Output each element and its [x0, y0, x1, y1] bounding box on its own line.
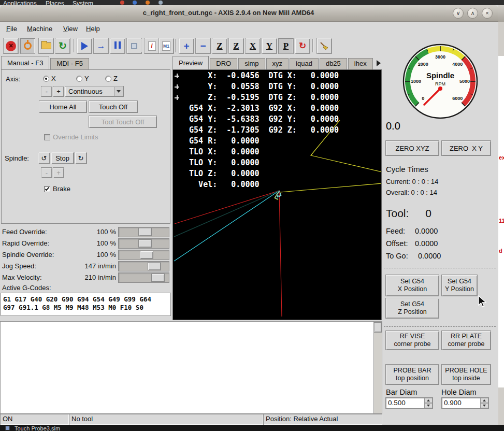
axis-radio-z[interactable]: Z: [105, 75, 118, 83]
spinner-up-button[interactable]: [480, 398, 488, 403]
message-output-area[interactable]: [0, 321, 382, 414]
set-g54-x-button[interactable]: Set G54 X Position: [385, 275, 439, 296]
tab-ihex[interactable]: ihex: [348, 58, 373, 69]
slider-handle[interactable]: [138, 228, 152, 236]
spinner-down-button[interactable]: [480, 403, 488, 408]
view-x-button[interactable]: X: [245, 38, 261, 54]
jog-minus-button[interactable]: -: [41, 86, 52, 97]
zero-xyz-label: ZERO XYZ: [395, 145, 429, 152]
tabs-scroll-right-icon[interactable]: [377, 60, 381, 66]
step-program-button[interactable]: →: [93, 38, 109, 54]
rapid-override-slider[interactable]: [118, 238, 169, 249]
set-g54-y-button[interactable]: Set G54 Y Position: [441, 275, 478, 296]
zero-xy-label: ZERO X Y: [450, 145, 483, 152]
pause-program-button[interactable]: [110, 38, 125, 54]
panel-menu-places[interactable]: Places: [46, 0, 64, 5]
rr-plate-probe-button[interactable]: RR PLATE corner probe: [441, 331, 491, 350]
estop-button[interactable]: ×: [3, 38, 19, 54]
menubar: File Machine View Help: [0, 22, 498, 36]
tab-db25[interactable]: db25: [320, 58, 347, 69]
spindle-ccw-button[interactable]: ↺: [38, 152, 50, 164]
toggle-skip-lines-button[interactable]: /: [144, 38, 160, 54]
menu-file[interactable]: File: [3, 23, 20, 34]
rotate-view-button[interactable]: ↻: [295, 38, 310, 54]
zero-xy-button[interactable]: ZERO X Y: [441, 140, 491, 156]
tab-iquad[interactable]: iquad: [290, 58, 319, 69]
spindle-faster-button[interactable]: +: [53, 167, 64, 178]
manual-control-panel: Manual - F3 MDI - F5 Axis: X Y Z - + Con…: [0, 56, 171, 321]
feed-override-slider[interactable]: [118, 227, 169, 237]
slider-handle[interactable]: [148, 262, 161, 270]
toggle-optional-pause-button[interactable]: M1: [159, 38, 174, 54]
spindle-cw-button[interactable]: ↻: [75, 152, 87, 164]
tab-manual[interactable]: Manual - F3: [1, 56, 49, 69]
open-file-button[interactable]: [38, 38, 54, 54]
panel-launcher-icon[interactable]: [159, 1, 163, 5]
spindle-slower-button[interactable]: -: [41, 167, 52, 178]
menu-help[interactable]: Help: [83, 23, 103, 34]
jog-increment-dropdown[interactable]: Continuous: [65, 86, 124, 97]
titlebar[interactable]: c_right_front_out.ngc - AXIS 2.9.4 on Ne…: [0, 5, 498, 22]
svg-text:RPM: RPM: [435, 81, 445, 87]
clear-plot-button[interactable]: [316, 38, 332, 54]
reload-file-button[interactable]: ↻: [55, 38, 70, 54]
axis-radio-x[interactable]: X: [43, 75, 56, 83]
taskbar-item[interactable]: Touch Probe3.sim: [15, 425, 60, 431]
override-limits-checkbox[interactable]: Override Limits: [44, 133, 98, 141]
slider-handle[interactable]: [138, 239, 152, 248]
home-all-button[interactable]: Home All: [39, 100, 87, 113]
stop-program-button[interactable]: [126, 38, 142, 54]
zero-xyz-button[interactable]: ZERO XYZ: [385, 140, 439, 156]
panel-menu-applications[interactable]: Applications: [3, 0, 37, 5]
probe-hole-button[interactable]: PROBE HOLE top inside: [441, 364, 491, 385]
close-button[interactable]: ×: [482, 8, 493, 19]
view-z-button[interactable]: Z: [212, 38, 227, 54]
rf-vise-probe-button[interactable]: RF VISE corner probe: [385, 331, 439, 350]
minimize-button[interactable]: ∨: [453, 8, 464, 19]
spindle-override-slider[interactable]: [118, 250, 169, 260]
hole-diam-spinbox[interactable]: 0.900: [441, 397, 489, 409]
maximize-button[interactable]: ∧: [467, 8, 478, 19]
tab-simp[interactable]: simp: [238, 58, 265, 69]
panel-launcher-icon[interactable]: [146, 1, 150, 5]
scrollbar[interactable]: [373, 322, 382, 413]
tool-touch-off-button[interactable]: Tool Touch Off: [89, 116, 157, 128]
tab-dro[interactable]: DRO: [210, 58, 237, 69]
set-g54-z-button[interactable]: Set G54 Z Position: [385, 298, 439, 319]
brake-checkbox[interactable]: Brake: [44, 185, 70, 193]
tool-readout: Tool:0: [386, 207, 431, 220]
panel-launcher-icon[interactable]: [133, 1, 137, 5]
zoom-out-button[interactable]: −: [195, 38, 211, 54]
tab-preview[interactable]: Preview: [172, 56, 209, 69]
preview-canvas[interactable]: X: -0.0456 DTG X: 0.0000 Y: 0.0558 DTG Y…: [172, 69, 382, 320]
zoom-in-button[interactable]: +: [179, 38, 194, 54]
status-bar: ON No tool Position: Relative Actual: [0, 414, 382, 425]
tab-mdi[interactable]: MDI - F5: [50, 58, 89, 69]
jog-speed-slider[interactable]: [118, 261, 169, 271]
spinner-up-button[interactable]: [424, 398, 433, 403]
jog-plus-button[interactable]: +: [53, 86, 64, 97]
axis-homed-icon: [175, 74, 179, 78]
run-program-button[interactable]: [77, 38, 92, 54]
tab-xyz[interactable]: xyz: [266, 58, 289, 69]
slider-handle[interactable]: [151, 274, 165, 282]
menu-view[interactable]: View: [60, 23, 81, 34]
hole-diam-value[interactable]: 0.900: [444, 398, 462, 408]
panel-menu-system[interactable]: System: [73, 0, 93, 5]
axis-radio-y[interactable]: Y: [76, 75, 89, 83]
scrollbar-thumb[interactable]: [374, 322, 382, 333]
spinner-down-button[interactable]: [424, 403, 433, 408]
view-z-rotated-button[interactable]: Ƶ: [228, 38, 244, 54]
spindle-stop-button[interactable]: Stop: [51, 152, 74, 164]
view-perspective-button[interactable]: P: [278, 38, 294, 54]
menu-machine[interactable]: Machine: [24, 23, 55, 34]
touch-off-button[interactable]: Touch Off: [89, 100, 138, 113]
panel-launcher-icon[interactable]: [120, 1, 124, 5]
probe-bar-button[interactable]: PROBE BAR top position: [385, 364, 439, 385]
bar-diam-spinbox[interactable]: 0.500: [385, 397, 433, 409]
machine-power-button[interactable]: [20, 38, 35, 54]
slider-handle[interactable]: [140, 251, 153, 259]
bar-diam-value[interactable]: 0.500: [388, 398, 406, 408]
view-y-button[interactable]: Y: [262, 38, 277, 54]
max-velocity-slider[interactable]: [118, 272, 169, 283]
